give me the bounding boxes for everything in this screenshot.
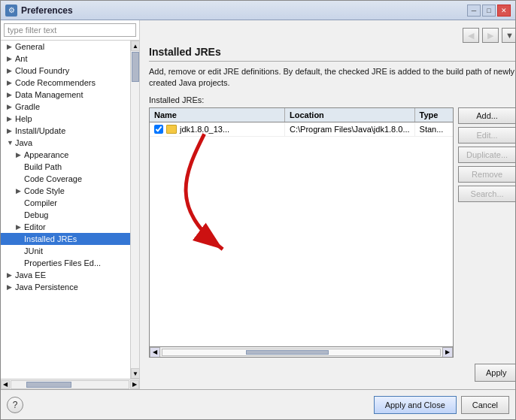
maximize-button[interactable]: □ xyxy=(482,5,496,17)
sidebar-item-editor[interactable]: ▶Editor xyxy=(1,221,130,233)
nav-row: ◀ ▶ ▼ xyxy=(149,28,515,43)
sidebar-item-installed-jres[interactable]: Installed JREs xyxy=(1,233,130,245)
sidebar-item-cloud-foundry[interactable]: ▶Cloud Foundry xyxy=(1,65,130,77)
page-title: Installed JREs xyxy=(149,46,515,62)
tree-arrow-icon: ▶ xyxy=(7,115,13,122)
scroll-right-btn[interactable]: ▶ xyxy=(442,347,453,358)
sidebar-item-label: Ant xyxy=(15,54,28,63)
jre-type-cell: Stan... xyxy=(415,122,453,136)
help-button[interactable]: ? xyxy=(7,397,23,413)
tree-arrow-icon: ▶ xyxy=(7,67,13,74)
sidebar-item-build-path[interactable]: Build Path xyxy=(1,161,130,173)
sidebar-item-appearance[interactable]: ▶Appearance xyxy=(1,149,130,161)
search-input[interactable] xyxy=(4,23,136,37)
sidebar-item-compiler[interactable]: Compiler xyxy=(1,197,130,209)
tree-arrow-icon: ▼ xyxy=(7,139,13,147)
nav-dropdown-button[interactable]: ▼ xyxy=(502,28,515,43)
description-text: Add, remove or edit JRE definitions. By … xyxy=(149,66,515,89)
jre-name-cell: jdk1.8.0_13... xyxy=(150,122,285,136)
preferences-window: ⚙ Preferences ─ □ ✕ ▶General▶Ant▶Cloud F… xyxy=(0,0,516,420)
sidebar-item-install/update[interactable]: ▶Install/Update xyxy=(1,125,130,137)
col-name: Name xyxy=(150,108,285,122)
forward-button[interactable]: ▶ xyxy=(482,28,499,43)
sidebar-item-label: Build Path xyxy=(24,162,62,171)
scroll-track[interactable] xyxy=(162,349,441,356)
window-title: Preferences xyxy=(21,5,73,16)
sidebar-item-label: Code Style xyxy=(24,186,65,195)
sidebar-item-gradle[interactable]: ▶Gradle xyxy=(1,101,130,113)
main-content: ◀ ▶ ▼ Installed JREs Add, remove or edit… xyxy=(140,20,515,389)
sidebar-item-label: Code Recommenders xyxy=(15,78,96,87)
sidebar-item-code-recommenders[interactable]: ▶Code Recommenders xyxy=(1,77,130,89)
tree-arrow-icon: ▶ xyxy=(7,127,13,134)
sidebar-item-label: Editor xyxy=(24,222,46,231)
sidebar-item-label: JUnit xyxy=(24,246,43,255)
folder-icon xyxy=(166,125,177,134)
sidebar-item-help[interactable]: ▶Help xyxy=(1,113,130,125)
h-scroll-track[interactable] xyxy=(11,380,129,389)
sidebar-item-label: Java EE xyxy=(15,270,46,279)
sidebar-item-junit[interactable]: JUnit xyxy=(1,245,130,257)
title-bar: ⚙ Preferences ─ □ ✕ xyxy=(1,1,515,20)
sidebar-item-label: Installed JREs xyxy=(24,234,77,243)
sidebar-item-label: Debug xyxy=(24,210,48,219)
sidebar-item-label: Gradle xyxy=(15,102,40,111)
sidebar-item-data-management[interactable]: ▶Data Management xyxy=(1,89,130,101)
side-buttons: Add... Edit... Duplicate... Remove Searc… xyxy=(458,107,515,358)
col-location: Location xyxy=(285,108,415,122)
tree-arrow-icon: ▶ xyxy=(7,91,13,98)
cancel-button[interactable]: Cancel xyxy=(461,396,509,414)
close-button[interactable]: ✕ xyxy=(497,5,511,17)
table-body: jdk1.8.0_13... C:\Program Files\Java\jdk… xyxy=(150,122,453,346)
sidebar-item-label: Data Management xyxy=(15,90,83,99)
sidebar-item-java-persistence[interactable]: ▶Java Persistence xyxy=(1,281,130,293)
remove-button[interactable]: Remove xyxy=(458,166,515,183)
scroll-thumb[interactable] xyxy=(246,350,329,355)
tree-arrow-icon: ▶ xyxy=(7,271,13,279)
col-type: Type xyxy=(415,108,453,122)
tree-arrow-icon: ▶ xyxy=(7,43,13,50)
scroll-thumb[interactable] xyxy=(132,52,139,82)
tree-arrow-icon: ▶ xyxy=(16,151,22,159)
sidebar-item-general[interactable]: ▶General xyxy=(1,41,130,53)
back-button[interactable]: ◀ xyxy=(463,28,479,43)
sidebar-item-label: Code Coverage xyxy=(24,174,82,183)
tree-arrow-icon: ▶ xyxy=(7,55,13,62)
jre-location-cell: C:\Program Files\Java\jdk1.8.0... xyxy=(285,122,415,136)
table-scrollbar[interactable]: ◀ ▶ xyxy=(150,346,453,357)
window-icon: ⚙ xyxy=(5,5,17,17)
jre-name: jdk1.8.0_13... xyxy=(180,125,229,134)
bottom-bar: ? Apply and Close Cancel xyxy=(1,389,515,419)
minimize-button[interactable]: ─ xyxy=(467,5,481,17)
installed-label: Installed JREs: xyxy=(149,95,515,104)
tree-arrow-icon: ▶ xyxy=(16,223,22,231)
sidebar-item-label: Cloud Foundry xyxy=(15,66,69,75)
sidebar-item-properties-files-ed...[interactable]: Properties Files Ed... xyxy=(1,257,130,269)
duplicate-button[interactable]: Duplicate... xyxy=(458,147,515,163)
add-button[interactable]: Add... xyxy=(458,107,515,124)
jre-section: Name Location Type jdk1.8.0_13... xyxy=(149,107,515,382)
table-header: Name Location Type xyxy=(150,108,453,122)
sidebar-item-label: Java xyxy=(15,138,32,147)
tree-arrow-icon: ▶ xyxy=(16,187,22,195)
h-scroll-thumb[interactable] xyxy=(26,382,71,388)
edit-button[interactable]: Edit... xyxy=(458,127,515,144)
sidebar-item-label: Java Persistence xyxy=(15,283,78,292)
apply-close-button[interactable]: Apply and Close xyxy=(374,396,457,414)
table-buttons-row: Name Location Type jdk1.8.0_13... xyxy=(149,107,515,358)
sidebar-bottom-scrollbar[interactable]: ◀ ▶ xyxy=(1,379,139,389)
table-row[interactable]: jdk1.8.0_13... C:\Program Files\Java\jdk… xyxy=(150,122,453,137)
sidebar-item-label: Properties Files Ed... xyxy=(24,258,101,267)
sidebar-item-code-coverage[interactable]: Code Coverage xyxy=(1,173,130,185)
apply-button[interactable]: Apply xyxy=(475,364,515,382)
jre-checkbox[interactable] xyxy=(154,125,163,134)
search-button[interactable]: Search... xyxy=(458,186,515,202)
sidebar-item-debug[interactable]: Debug xyxy=(1,209,130,221)
sidebar-item-ant[interactable]: ▶Ant xyxy=(1,53,130,65)
sidebar-scrollbar[interactable]: ▲ ▼ xyxy=(130,41,139,379)
sidebar-item-label: Help xyxy=(15,114,32,123)
scroll-left-btn[interactable]: ◀ xyxy=(150,347,160,358)
sidebar-item-java-ee[interactable]: ▶Java EE xyxy=(1,269,130,281)
sidebar-item-code-style[interactable]: ▶Code Style xyxy=(1,185,130,197)
sidebar-item-java[interactable]: ▼Java xyxy=(1,137,130,149)
